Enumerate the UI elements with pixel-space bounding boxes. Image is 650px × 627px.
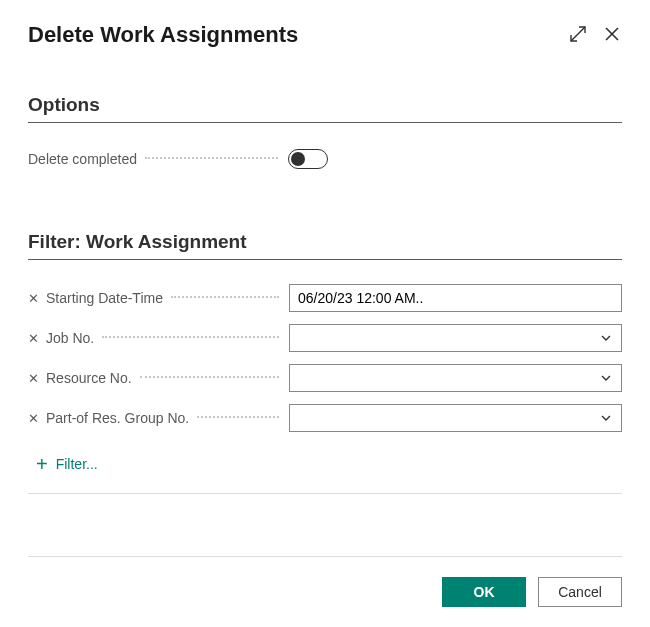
add-filter-button[interactable]: + Filter...: [36, 454, 98, 474]
ok-button[interactable]: OK: [442, 577, 526, 607]
input-cell: [289, 404, 622, 432]
section-heading-options: Options: [28, 94, 622, 116]
filter-row-part-of-res-group-no: ✕ Part-of Res. Group No.: [28, 398, 622, 438]
filter-label: Resource No.: [46, 370, 132, 386]
delete-completed-toggle[interactable]: [288, 149, 328, 169]
dotted-leader: [197, 416, 279, 418]
remove-filter-icon[interactable]: ✕: [28, 371, 40, 386]
toggle-knob: [291, 152, 305, 166]
chevron-down-icon: [599, 371, 613, 385]
option-label-wrap: Delete completed: [28, 151, 288, 167]
divider: [28, 556, 622, 557]
filter-label-wrap: Resource No.: [46, 370, 289, 386]
dotted-leader: [140, 376, 279, 378]
filter-label: Starting Date-Time: [46, 290, 163, 306]
input-cell: [289, 364, 622, 392]
filter-label: Part-of Res. Group No.: [46, 410, 189, 426]
dotted-leader: [145, 157, 278, 159]
add-filter-label: Filter...: [56, 456, 98, 472]
dialog-delete-work-assignments: Delete Work Assignments Options Delete c…: [0, 0, 650, 627]
option-delete-completed-label: Delete completed: [28, 151, 137, 167]
input-cell: [289, 284, 622, 312]
plus-icon: +: [36, 454, 48, 474]
filter-row-starting-date-time: ✕ Starting Date-Time: [28, 278, 622, 318]
dialog-title: Delete Work Assignments: [28, 22, 298, 48]
filter-label-wrap: Starting Date-Time: [46, 290, 289, 306]
section-options: Options Delete completed: [28, 94, 622, 177]
starting-date-time-input[interactable]: [289, 284, 622, 312]
section-filter: Filter: Work Assignment ✕ Starting Date-…: [28, 231, 622, 494]
divider: [28, 493, 622, 494]
job-no-dropdown[interactable]: [289, 324, 622, 352]
remove-filter-icon[interactable]: ✕: [28, 331, 40, 346]
part-of-res-group-no-dropdown[interactable]: [289, 404, 622, 432]
footer-buttons: OK Cancel: [28, 577, 622, 607]
divider: [28, 259, 622, 260]
dialog-footer: OK Cancel: [28, 556, 622, 607]
filter-label-wrap: Part-of Res. Group No.: [46, 410, 289, 426]
cancel-button[interactable]: Cancel: [538, 577, 622, 607]
titlebar-actions: [568, 24, 622, 44]
filter-label-wrap: Job No.: [46, 330, 289, 346]
titlebar: Delete Work Assignments: [28, 22, 622, 48]
option-delete-completed-row: Delete completed: [28, 141, 622, 177]
filter-row-resource-no: ✕ Resource No.: [28, 358, 622, 398]
filter-label: Job No.: [46, 330, 94, 346]
remove-filter-icon[interactable]: ✕: [28, 291, 40, 306]
section-heading-filter: Filter: Work Assignment: [28, 231, 622, 253]
expand-icon[interactable]: [568, 24, 588, 44]
resource-no-dropdown[interactable]: [289, 364, 622, 392]
filter-row-job-no: ✕ Job No.: [28, 318, 622, 358]
dotted-leader: [102, 336, 279, 338]
divider: [28, 122, 622, 123]
chevron-down-icon: [599, 331, 613, 345]
input-cell: [289, 324, 622, 352]
close-icon[interactable]: [602, 24, 622, 44]
chevron-down-icon: [599, 411, 613, 425]
dotted-leader: [171, 296, 279, 298]
remove-filter-icon[interactable]: ✕: [28, 411, 40, 426]
